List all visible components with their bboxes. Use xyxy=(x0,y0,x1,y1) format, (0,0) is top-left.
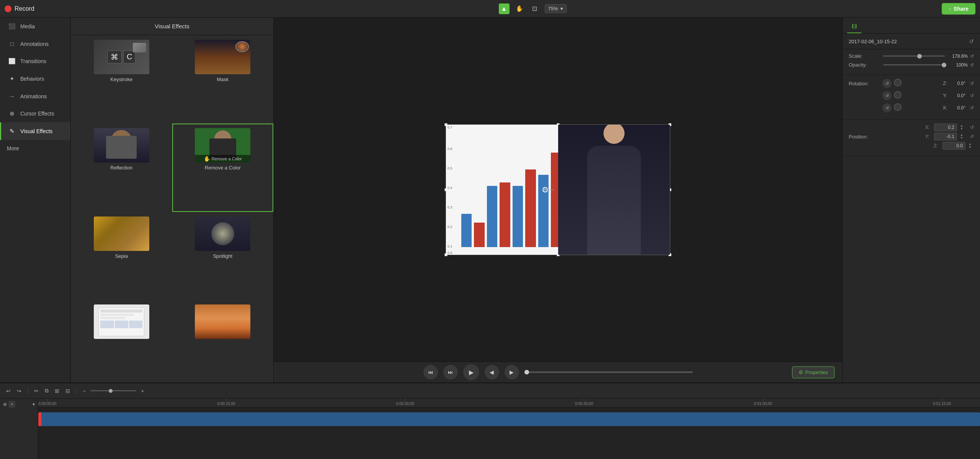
sidebar-item-label: Cursor Effects xyxy=(20,111,54,117)
sidebar-item-media[interactable]: ⬛ Media xyxy=(0,18,70,35)
properties-button[interactable]: ⚙ Properties xyxy=(792,366,835,378)
pos-z-down[interactable]: ▼ xyxy=(969,146,974,149)
play-button[interactable]: ▶ xyxy=(463,364,479,380)
x-rotation-value: 0.0° xyxy=(950,105,965,111)
sidebar-more[interactable]: More xyxy=(0,140,70,157)
pos-z-spinbox[interactable]: ▲ ▼ xyxy=(969,143,974,149)
scale-thumb[interactable] xyxy=(917,54,922,59)
effect-name-reflection: Reflection xyxy=(110,165,132,171)
scale-reset[interactable]: ↺ xyxy=(970,54,974,59)
progress-bar[interactable] xyxy=(524,371,693,373)
effect-item-keystroke[interactable]: ⌘ C Keystroke xyxy=(71,35,172,124)
paste-button[interactable]: ⊞ xyxy=(53,387,61,395)
opacity-reset[interactable]: ↺ xyxy=(970,62,974,68)
rewind-button[interactable]: ⏮ xyxy=(423,365,438,379)
opacity-thumb[interactable] xyxy=(942,63,946,67)
film-icon: 🎞 xyxy=(852,24,857,29)
top-bar-left: Record xyxy=(5,5,123,12)
chevron-down-icon: ▾ xyxy=(33,402,35,407)
sidebar-item-cursor-effects[interactable]: ⊕ Cursor Effects xyxy=(0,105,70,122)
effect-item-spotlight[interactable]: Spotlight xyxy=(172,212,274,300)
pointer-tool[interactable]: ▲ xyxy=(499,3,510,14)
y-label-00: 0.0 xyxy=(448,251,452,255)
redo-button[interactable]: ↪ xyxy=(15,387,23,395)
rotate-line xyxy=(542,190,554,190)
pos-y-spinbox[interactable]: ▲ ▼ xyxy=(960,133,965,140)
zoom-value: 75% xyxy=(548,6,558,11)
zoom-selector[interactable]: 75% ▾ xyxy=(545,4,567,13)
pos-y-reset[interactable]: ↺ xyxy=(970,134,974,139)
pos-x-spinbox[interactable]: ▲ ▼ xyxy=(960,124,965,130)
rotation-btns: ↺ xyxy=(882,79,902,88)
rotation-label: Rotation: xyxy=(849,81,879,86)
panel-tab-clip[interactable]: 🎞 xyxy=(847,21,861,33)
left-sidebar: ⬛ Media □ Annotations ⬜ Transitions ✦ Be… xyxy=(0,18,71,382)
effect-thumb-keystroke: ⌘ C xyxy=(94,40,149,74)
pos-z-value[interactable]: 0.0 xyxy=(942,142,965,150)
undo-button[interactable]: ↩ xyxy=(5,387,12,395)
track-red-marker xyxy=(38,412,41,426)
sidebar-item-visual-effects[interactable]: ✎ Visual Effects xyxy=(0,122,70,140)
timeline-zoom-thumb[interactable] xyxy=(109,389,113,393)
effects-panel-title: Visual Effects xyxy=(71,18,273,35)
rotate-ccw-x-btn[interactable]: ↺ xyxy=(882,103,892,112)
effect-name-remove-color: Remove a Color xyxy=(205,165,241,171)
media-icon: ⬛ xyxy=(8,23,16,30)
timeline-toolbar: ↩ ↪ ✂ ⧉ ⊞ ⊟ − + xyxy=(0,383,980,399)
effect-thumb-remove-color: ✋ Remove a Color xyxy=(195,128,250,163)
visual-effects-icon: ✎ xyxy=(8,128,16,135)
pos-y-value[interactable]: -0.1 xyxy=(934,133,957,140)
position-label: Position: xyxy=(849,134,879,140)
rotate-ccw-y-btn[interactable]: ↺ xyxy=(882,91,892,100)
rotate-ccw-btn[interactable]: ↺ xyxy=(882,79,892,88)
scale-slider[interactable] xyxy=(883,55,945,57)
divider-1 xyxy=(28,388,28,394)
effect-item-reflection[interactable]: Reflection xyxy=(71,124,172,212)
next-frame-button[interactable]: ▶ xyxy=(505,365,519,379)
pos-x-reset[interactable]: ↺ xyxy=(970,125,974,130)
cut-button[interactable]: ✂ xyxy=(33,387,40,395)
timeline-tracks xyxy=(38,408,980,459)
rotation-btns-y: ↺ xyxy=(882,91,902,100)
effect-thumb-bottom2 xyxy=(195,304,250,339)
effect-item-bottom1[interactable] xyxy=(71,300,172,382)
pos-x-down[interactable]: ▼ xyxy=(960,127,965,130)
z-rotation-reset[interactable]: ↺ xyxy=(970,81,974,86)
transitions-icon: ⬜ xyxy=(8,58,16,65)
scale-row: Scale: 178.6% ↺ xyxy=(849,53,974,59)
gear-icon: ⚙ xyxy=(799,369,803,375)
zoom-in-button[interactable]: + xyxy=(139,387,145,395)
split-button[interactable]: ⊟ xyxy=(64,387,72,395)
effect-item-remove-color[interactable]: ✋ Remove a Color Remove a Color xyxy=(172,124,274,212)
sidebar-item-animations[interactable]: → Animations xyxy=(0,88,70,105)
pos-x-value[interactable]: 0.2 xyxy=(934,124,957,131)
sidebar-item-label: Animations xyxy=(20,93,47,99)
pos-y-row: Y: -0.1 ▲ ▼ ↺ xyxy=(879,133,974,140)
sidebar-item-behaviors[interactable]: ✦ Behaviors xyxy=(0,70,70,88)
preview-area: 0.7 0.6 0.5 0.4 0.3 0.2 0.1 0.0 xyxy=(274,18,842,382)
pos-y-down[interactable]: ▼ xyxy=(960,137,965,140)
sidebar-item-annotations[interactable]: □ Annotations xyxy=(0,35,70,52)
step-forward-button[interactable]: ⏭ xyxy=(443,365,458,379)
sidebar-item-transitions[interactable]: ⬜ Transitions xyxy=(0,52,70,70)
effect-item-mask[interactable]: Mask xyxy=(172,35,274,124)
timeline-zoom-slider[interactable] xyxy=(90,390,136,391)
effect-item-bottom2[interactable] xyxy=(172,300,274,382)
crop-tool[interactable]: ⊡ xyxy=(529,3,540,14)
copy-button[interactable]: ⧉ xyxy=(43,386,50,395)
x-rotation-reset[interactable]: ↺ xyxy=(970,105,974,111)
prev-frame-button[interactable]: ◀ xyxy=(485,365,499,379)
sidebar-item-label: Media xyxy=(20,23,35,29)
opacity-slider[interactable] xyxy=(883,64,945,65)
zoom-out-button[interactable]: − xyxy=(81,387,87,395)
pos-x-label: X: xyxy=(925,125,931,130)
track-1[interactable] xyxy=(38,412,980,426)
effect-item-sepia[interactable]: Sepia xyxy=(71,212,172,300)
y-rotation-reset[interactable]: ↺ xyxy=(970,93,974,98)
share-button[interactable]: ↑ Share xyxy=(942,3,975,15)
hand-tool[interactable]: ✋ xyxy=(514,3,525,14)
scale-group: Scale: 178.6% ↺ Opacity: 100% ↺ xyxy=(843,49,980,75)
reset-icon[interactable]: ↺ xyxy=(969,38,974,44)
tl-add-track-button[interactable]: + xyxy=(8,401,15,408)
timeline: ↩ ↪ ✂ ⧉ ⊞ ⊟ − + ⊕ + ▾ 0:00:00;00 xyxy=(0,382,980,459)
